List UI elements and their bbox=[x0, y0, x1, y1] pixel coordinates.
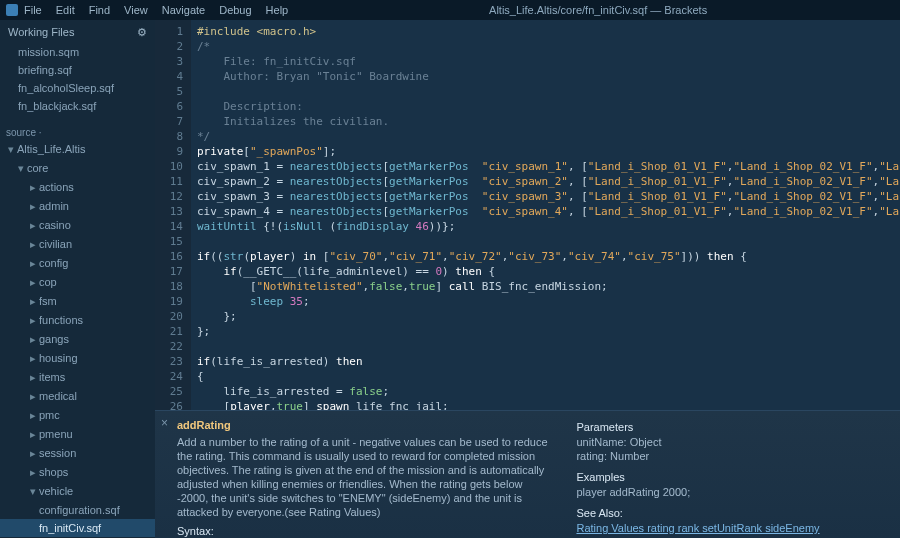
menu-item-view[interactable]: View bbox=[124, 4, 148, 16]
chevron-icon: ▾ bbox=[18, 162, 27, 175]
code-line[interactable]: /* bbox=[197, 39, 900, 54]
tree-item[interactable]: ▸pmenu bbox=[0, 425, 155, 444]
code-area[interactable]: 1234567891011121314151617181920212223242… bbox=[155, 20, 900, 410]
working-file-item[interactable]: fn_alcoholSleep.sqf bbox=[0, 79, 155, 97]
code-line[interactable]: Description: bbox=[197, 99, 900, 114]
chevron-icon: ▸ bbox=[30, 428, 39, 441]
code-line[interactable] bbox=[197, 339, 900, 354]
code-line[interactable]: civ_spawn_1 = nearestObjects[getMarkerPo… bbox=[197, 159, 900, 174]
code-line[interactable]: if(__GETC__(life_adminlevel) == 0) then … bbox=[197, 264, 900, 279]
tree-item[interactable]: ▾Altis_Life.Altis bbox=[0, 140, 155, 159]
tree-item-label: configuration.sqf bbox=[39, 504, 120, 516]
line-number: 20 bbox=[155, 309, 183, 324]
project-tree: ▾Altis_Life.Altis▾core▸actions▸admin▸cas… bbox=[0, 140, 155, 538]
tree-item[interactable]: ▸gangs bbox=[0, 330, 155, 349]
chevron-icon: ▸ bbox=[30, 257, 39, 270]
menubar: FileEditFindViewNavigateDebugHelp bbox=[24, 4, 302, 16]
close-icon[interactable]: × bbox=[161, 417, 173, 429]
code-line[interactable] bbox=[197, 234, 900, 249]
menu-item-edit[interactable]: Edit bbox=[56, 4, 75, 16]
tree-item-label: casino bbox=[39, 219, 71, 231]
tree-item[interactable]: ▸cop bbox=[0, 273, 155, 292]
tree-item-label: pmc bbox=[39, 409, 60, 421]
menu-item-file[interactable]: File bbox=[24, 4, 42, 16]
code-line[interactable]: private["_spawnPos"]; bbox=[197, 144, 900, 159]
code-line[interactable]: civ_spawn_3 = nearestObjects[getMarkerPo… bbox=[197, 189, 900, 204]
titlebar: FileEditFindViewNavigateDebugHelp Altis_… bbox=[0, 0, 900, 20]
working-files-list: mission.sqmbriefing.sqffn_alcoholSleep.s… bbox=[0, 43, 155, 121]
line-number: 12 bbox=[155, 189, 183, 204]
chevron-icon: ▸ bbox=[30, 333, 39, 346]
menu-item-navigate[interactable]: Navigate bbox=[162, 4, 205, 16]
tree-item-label: housing bbox=[39, 352, 78, 364]
chevron-icon: ▸ bbox=[30, 295, 39, 308]
hint-param-0: unitName: Object bbox=[576, 435, 886, 449]
tree-item-label: Altis_Life.Altis bbox=[17, 143, 85, 155]
code-line[interactable]: waitUntil {!(isNull (findDisplay 46))}; bbox=[197, 219, 900, 234]
hint-params-label: Parameters bbox=[576, 421, 886, 433]
tree-item[interactable]: fn_initCiv.sqf bbox=[0, 519, 155, 537]
working-file-item[interactable]: fn_blackjack.sqf bbox=[0, 97, 155, 115]
code-line[interactable]: if((str(player) in ["civ_70","civ_71","c… bbox=[197, 249, 900, 264]
tree-item[interactable]: ▸housing bbox=[0, 349, 155, 368]
tree-item[interactable]: ▸actions bbox=[0, 178, 155, 197]
menu-item-help[interactable]: Help bbox=[266, 4, 289, 16]
code-content[interactable]: #include <macro.h>/* File: fn_initCiv.sq… bbox=[191, 20, 900, 410]
hint-seealso-links[interactable]: Rating Values rating rank setUnitRank si… bbox=[576, 521, 886, 535]
line-number: 6 bbox=[155, 99, 183, 114]
code-line[interactable]: File: fn_initCiv.sqf bbox=[197, 54, 900, 69]
tree-item[interactable]: ▸pmc bbox=[0, 406, 155, 425]
code-line[interactable] bbox=[197, 84, 900, 99]
source-header[interactable]: source · bbox=[0, 121, 155, 140]
code-line[interactable]: [player,true] spawn life_fnc_jail; bbox=[197, 399, 900, 410]
tree-item-label: civilian bbox=[39, 238, 72, 250]
code-line[interactable]: */ bbox=[197, 129, 900, 144]
chevron-icon: ▸ bbox=[30, 276, 39, 289]
code-line[interactable]: ["NotWhitelisted",false,true] call BIS_f… bbox=[197, 279, 900, 294]
menu-item-find[interactable]: Find bbox=[89, 4, 110, 16]
editor: 1234567891011121314151617181920212223242… bbox=[155, 20, 900, 538]
code-line[interactable]: { bbox=[197, 369, 900, 384]
code-line[interactable]: }; bbox=[197, 324, 900, 339]
tree-item-label: core bbox=[27, 162, 48, 174]
hint-seealso-label: See Also: bbox=[576, 507, 886, 519]
tree-item[interactable]: ▸items bbox=[0, 368, 155, 387]
line-number: 17 bbox=[155, 264, 183, 279]
code-line[interactable]: civ_spawn_2 = nearestObjects[getMarkerPo… bbox=[197, 174, 900, 189]
code-line[interactable]: Initializes the civilian. bbox=[197, 114, 900, 129]
hint-param-1: rating: Number bbox=[576, 449, 886, 463]
menu-item-debug[interactable]: Debug bbox=[219, 4, 251, 16]
line-number: 2 bbox=[155, 39, 183, 54]
code-line[interactable]: if(life_is_arrested) then bbox=[197, 354, 900, 369]
tree-item[interactable]: configuration.sqf bbox=[0, 501, 155, 519]
tree-item[interactable]: ▸shops bbox=[0, 463, 155, 482]
chevron-icon: ▸ bbox=[30, 371, 39, 384]
code-line[interactable]: Author: Bryan "Tonic" Boardwine bbox=[197, 69, 900, 84]
tree-item[interactable]: ▸config bbox=[0, 254, 155, 273]
tree-item[interactable]: ▾core bbox=[0, 159, 155, 178]
tree-item[interactable]: ▸admin bbox=[0, 197, 155, 216]
working-file-item[interactable]: mission.sqm bbox=[0, 43, 155, 61]
chevron-icon: ▸ bbox=[30, 219, 39, 232]
code-line[interactable]: civ_spawn_4 = nearestObjects[getMarkerPo… bbox=[197, 204, 900, 219]
tree-item[interactable]: ▸fsm bbox=[0, 292, 155, 311]
tree-item[interactable]: ▸civilian bbox=[0, 235, 155, 254]
code-line[interactable]: #include <macro.h> bbox=[197, 24, 900, 39]
tree-item[interactable]: ▾vehicle bbox=[0, 482, 155, 501]
tree-item-label: actions bbox=[39, 181, 74, 193]
app-logo-icon bbox=[6, 4, 18, 16]
hint-example: player addRating 2000; bbox=[576, 485, 886, 499]
code-line[interactable]: sleep 35; bbox=[197, 294, 900, 309]
line-number: 4 bbox=[155, 69, 183, 84]
gear-icon[interactable]: ⚙ bbox=[137, 26, 147, 39]
tree-item[interactable]: ▸casino bbox=[0, 216, 155, 235]
code-line[interactable]: }; bbox=[197, 309, 900, 324]
chevron-icon: ▾ bbox=[8, 143, 17, 156]
working-file-item[interactable]: briefing.sqf bbox=[0, 61, 155, 79]
working-files-label: Working Files bbox=[8, 26, 74, 39]
tree-item[interactable]: ▸medical bbox=[0, 387, 155, 406]
tree-item[interactable]: ▸session bbox=[0, 444, 155, 463]
tree-item[interactable]: ▸functions bbox=[0, 311, 155, 330]
code-line[interactable]: life_is_arrested = false; bbox=[197, 384, 900, 399]
line-number: 22 bbox=[155, 339, 183, 354]
